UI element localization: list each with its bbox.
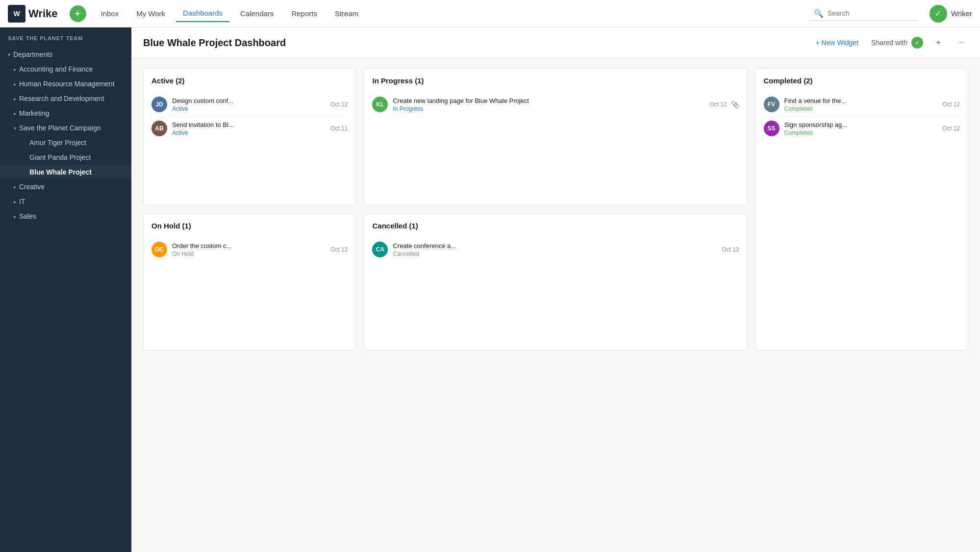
sidebar-item-label: Accounting and Finance [19,65,93,73]
task-date: Oct 12 [330,246,348,253]
completed-widget: Completed (2) FV Find a venue for the...… [755,68,968,351]
table-row: CA Create conference a... Cancelled Oct … [372,238,739,261]
avatar: SS [764,121,779,136]
nav-dashboards[interactable]: Dashboards [176,5,229,22]
task-date: Oct 12 [943,125,960,132]
chevron-right-icon: ▸ [14,199,16,204]
on-hold-widget: On Hold (1) OC Order the custom c... On … [143,213,356,351]
sidebar: Save the Planet Team ▾ Departments ▸ Acc… [0,27,131,552]
sidebar-item-accounting[interactable]: ▸ Accounting and Finance [0,62,131,76]
sidebar-item-label: Departments [13,50,52,58]
sidebar-item-label: Blue Whale Project [29,168,92,176]
task-status: Completed [784,129,938,136]
user-name: Wriker [951,9,972,18]
sidebar-item-label: Human Resource Management [19,80,115,88]
shared-with-label: Shared with [871,39,907,47]
add-shared-button[interactable]: + [931,35,946,50]
sidebar-item-save-planet[interactable]: ▾ Save the Planet Campaign [0,121,131,135]
chevron-down-icon: ▾ [14,125,16,131]
task-date: Oct 12 [722,246,739,253]
sidebar-item-marketing[interactable]: ▸ Marketing [0,106,131,121]
search-box: 🔍 [810,7,918,21]
task-status: Active [172,105,326,112]
content-area: Blue Whale Project Dashboard + New Widge… [131,27,980,552]
task-name[interactable]: Design custom conf... [172,97,326,104]
task-status: Active [172,129,326,136]
in-progress-widget: In Progress (1) KL Create new landing pa… [364,68,747,205]
chevron-right-icon: ▸ [14,111,16,116]
sidebar-item-label: Giant Panda Project [29,153,91,161]
sidebar-item-blue-whale[interactable]: Blue Whale Project [0,165,131,179]
task-date: Oct 12 [330,101,348,108]
top-navigation: W Wrike + Inbox My Work Dashboards Calen… [0,0,980,27]
task-name[interactable]: Find a venue for the... [784,97,938,104]
sidebar-item-label: Save the Planet Campaign [19,124,101,132]
svg-text:W: W [13,10,20,18]
chevron-right-icon: ▸ [14,184,16,190]
sidebar-item-it[interactable]: ▸ IT [0,194,131,209]
chevron-right-icon: ▸ [14,81,16,87]
task-name[interactable]: Order the custom c... [172,242,326,250]
avatar: AB [151,121,167,136]
sidebar-item-hr[interactable]: ▸ Human Resource Management [0,76,131,91]
task-name[interactable]: Sign sponsorship ag... [784,121,938,128]
logo: W Wrike [8,5,58,23]
avatar: OC [151,242,167,257]
sidebar-item-label: Creative [19,183,45,191]
sidebar-team-label: Save the Planet Team [0,35,131,47]
table-row: JD Design custom conf... Active Oct 12 [151,93,348,117]
sidebar-item-label: Research and Development [19,95,104,102]
user-avatar: ✓ [930,5,947,23]
table-row: KL Create new landing page for Blue Whal… [372,93,739,116]
sidebar-item-amur-tiger[interactable]: Amur Tiger Project [0,135,131,150]
logo-text: Wrike [28,7,58,20]
page-header: Blue Whale Project Dashboard + New Widge… [131,27,980,58]
sidebar-item-giant-panda[interactable]: Giant Panda Project [0,150,131,165]
completed-widget-title: Completed (2) [764,76,960,85]
nav-calendars[interactable]: Calendars [233,5,280,22]
avatar: KL [372,97,388,112]
search-input[interactable] [828,9,914,17]
sidebar-item-rd[interactable]: ▸ Research and Development [0,91,131,106]
in-progress-widget-title: In Progress (1) [372,76,739,85]
more-options-button[interactable]: ··· [954,35,968,50]
sidebar-item-departments[interactable]: ▾ Departments [0,47,131,62]
table-row: AB Send invitation to Bl... Active Oct 1… [151,117,348,140]
task-date: Oct 11 [330,125,348,132]
sidebar-item-sales[interactable]: ▸ Sales [0,209,131,224]
chevron-right-icon: ▸ [14,214,16,219]
attachment-icon: 📎 [731,100,739,108]
sidebar-item-label: Sales [19,212,36,220]
sidebar-item-label: IT [19,198,25,205]
nav-inbox[interactable]: Inbox [94,5,126,22]
table-row: FV Find a venue for the... Completed Oct… [764,93,960,117]
new-widget-button[interactable]: + New Widget [811,36,864,50]
task-name[interactable]: Create new landing page for Blue Whale P… [393,97,704,104]
avatar: JD [151,97,167,112]
task-name[interactable]: Create conference a... [393,242,717,250]
add-button[interactable]: + [70,5,86,22]
table-row: SS Sign sponsorship ag... Completed Oct … [764,117,960,140]
cancelled-widget: Cancelled (1) CA Create conference a... … [364,213,747,351]
task-date: Oct 12 [943,101,960,108]
nav-reports[interactable]: Reports [284,5,324,22]
dashboard-grid: Active (2) JD Design custom conf... Acti… [131,58,980,360]
task-status: On Hold [172,251,326,257]
sidebar-item-creative[interactable]: ▸ Creative [0,179,131,194]
sidebar-item-label: Amur Tiger Project [29,139,86,147]
search-icon: 🔍 [814,9,824,18]
chevron-right-icon: ▸ [14,67,16,72]
avatar: FV [764,97,779,112]
active-widget-title: Active (2) [151,76,348,85]
avatar: CA [372,242,388,257]
chevron-down-icon: ▾ [8,52,10,57]
nav-stream[interactable]: Stream [328,5,365,22]
task-status: Completed [784,105,938,112]
page-title: Blue Whale Project Dashboard [143,37,803,49]
nav-my-work[interactable]: My Work [129,5,172,22]
logo-icon: W [8,5,25,23]
shared-check-icon: ✓ [911,37,923,49]
active-widget: Active (2) JD Design custom conf... Acti… [143,68,356,205]
task-name[interactable]: Send invitation to Bl... [172,121,326,128]
on-hold-widget-title: On Hold (1) [151,222,348,230]
